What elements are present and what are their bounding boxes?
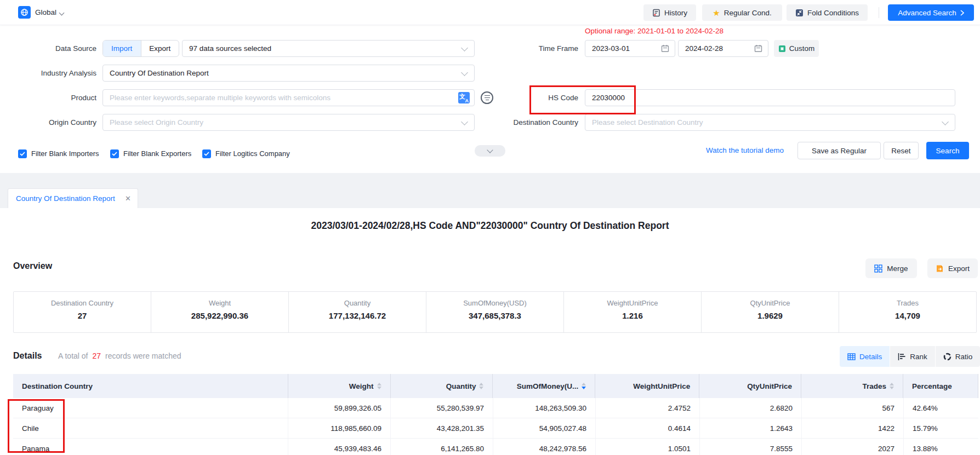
stat-label: SumOfMoney(USD) bbox=[426, 299, 563, 307]
total-count: 27 bbox=[88, 352, 105, 360]
collapse-form-button[interactable] bbox=[475, 145, 505, 157]
search-button[interactable]: Search bbox=[926, 142, 969, 159]
export-label: Export bbox=[948, 264, 970, 273]
sort-icon[interactable] bbox=[479, 383, 483, 389]
tab-title: Country Of Destination Report bbox=[16, 194, 119, 203]
history-label: History bbox=[664, 9, 687, 17]
column-header-label: Quantity bbox=[446, 382, 476, 390]
table-cell: Chile bbox=[13, 418, 288, 438]
fold-conditions-label: Fold Conditions bbox=[807, 9, 859, 17]
globe-icon bbox=[18, 6, 31, 19]
chevron-down-icon bbox=[461, 69, 468, 76]
table-cell: 55,280,539.97 bbox=[390, 398, 493, 418]
export-button[interactable]: Export bbox=[927, 258, 978, 278]
data-source-toggle: Import Export bbox=[102, 40, 179, 57]
stat-value: 1.216 bbox=[564, 311, 701, 320]
regular-cond-button[interactable]: ★ Regular Cond. bbox=[702, 4, 782, 21]
overview-stat: Trades14,709 bbox=[839, 292, 976, 332]
sort-icon[interactable] bbox=[377, 383, 381, 389]
sort-icon[interactable] bbox=[582, 383, 586, 389]
product-input[interactable]: Please enter keywords,separate multiple … bbox=[102, 89, 475, 106]
advanced-search-button[interactable]: Advanced Search bbox=[888, 4, 974, 21]
origin-country-placeholder: Please select Origin Country bbox=[110, 118, 203, 126]
merge-icon bbox=[874, 264, 882, 273]
sort-icon[interactable] bbox=[890, 383, 894, 389]
custom-range-button[interactable]: Custom bbox=[774, 40, 819, 57]
calendar-icon bbox=[661, 44, 669, 53]
time-frame-start-input[interactable]: 2023-03-01 bbox=[585, 40, 675, 57]
industry-analysis-value: Country Of Destination Report bbox=[110, 69, 209, 77]
time-frame-label: Time Frame bbox=[444, 40, 578, 57]
table-row[interactable]: Paraguay59,899,326.0555,280,539.97148,26… bbox=[13, 398, 978, 418]
checkbox-checked-icon[interactable] bbox=[110, 149, 119, 158]
save-as-regular-button[interactable]: Save as Regular bbox=[797, 142, 881, 159]
hs-code-input[interactable]: 22030000 bbox=[585, 89, 955, 106]
filter-checkbox[interactable]: Filter Logitics Company bbox=[202, 145, 290, 162]
origin-country-select[interactable]: Please select Origin Country bbox=[102, 114, 475, 131]
industry-analysis-select[interactable]: Country Of Destination Report bbox=[102, 65, 475, 82]
data-source-select[interactable]: 97 data sources selected bbox=[182, 40, 475, 57]
filter-checkbox[interactable]: Filter Blank Importers bbox=[18, 145, 99, 162]
overview-stat: WeightUnitPrice1.216 bbox=[563, 292, 701, 332]
column-header-label: Destination Country bbox=[22, 382, 93, 390]
column-header: QtyUnitPrice bbox=[699, 374, 801, 398]
custom-icon bbox=[778, 45, 786, 53]
tab-strip: Country Of Destination Report ✕ bbox=[0, 173, 980, 208]
stat-label: Weight bbox=[151, 299, 288, 307]
table-cell: 1.2643 bbox=[699, 418, 801, 438]
checkbox-checked-icon[interactable] bbox=[202, 149, 211, 158]
close-icon[interactable]: ✕ bbox=[125, 194, 131, 203]
history-button[interactable]: History bbox=[643, 4, 696, 21]
stat-value: 177,132,146.72 bbox=[289, 311, 426, 320]
region-selector[interactable]: Global bbox=[35, 0, 56, 25]
column-header: Destination Country bbox=[13, 374, 288, 398]
column-header[interactable]: Weight bbox=[288, 374, 390, 398]
overview-heading: Overview bbox=[13, 261, 52, 271]
column-header[interactable]: Quantity bbox=[390, 374, 493, 398]
merge-label: Merge bbox=[887, 264, 908, 273]
overview-stats: Destination Country27Weight285,922,990.3… bbox=[13, 291, 977, 333]
tutorial-link[interactable]: Watch the tutorial demo bbox=[706, 142, 784, 159]
column-header[interactable]: Trades bbox=[801, 374, 903, 398]
tab-country-of-destination-report[interactable]: Country Of Destination Report ✕ bbox=[8, 188, 138, 208]
overview-stat: Destination Country27 bbox=[14, 292, 151, 332]
optional-range-note: Optional range: 2021-01-01 to 2024-02-28 bbox=[585, 27, 723, 35]
table-cell: 567 bbox=[801, 398, 903, 418]
column-header: Percentage bbox=[903, 374, 978, 398]
column-header-label: Weight bbox=[349, 382, 374, 390]
filter-checkbox[interactable]: Filter Blank Exporters bbox=[110, 145, 191, 162]
calendar-icon bbox=[754, 44, 762, 53]
column-header[interactable]: SumOfMoney(U... bbox=[492, 374, 595, 398]
checkbox-label: Filter Logitics Company bbox=[215, 149, 290, 158]
table-cell: 43,428,201.35 bbox=[390, 418, 493, 438]
time-frame-end-input[interactable]: 2024-02-28 bbox=[678, 40, 768, 57]
table-cell: 2027 bbox=[801, 439, 903, 455]
fold-conditions-button[interactable]: Fold Conditions bbox=[787, 4, 868, 21]
table-cell: 13.88% bbox=[903, 439, 978, 455]
overview-stat: Weight285,922,990.36 bbox=[151, 292, 288, 332]
import-toggle[interactable]: Import bbox=[103, 41, 141, 56]
table-cell: Paraguay bbox=[13, 398, 288, 418]
star-icon: ★ bbox=[713, 9, 720, 17]
table-cell: 2.4752 bbox=[595, 398, 699, 418]
stat-label: Destination Country bbox=[14, 299, 151, 307]
checkbox-checked-icon[interactable] bbox=[18, 149, 27, 158]
details-table: Destination CountryWeightQuantitySumOfMo… bbox=[13, 374, 978, 455]
divider bbox=[879, 7, 879, 18]
view-tab-details[interactable]: Details bbox=[840, 346, 890, 367]
view-switcher: DetailsRankRatio bbox=[840, 346, 980, 367]
end-date-value: 2024-02-28 bbox=[685, 44, 723, 53]
view-tab-ratio[interactable]: Ratio bbox=[936, 346, 980, 367]
view-tab-rank[interactable]: Rank bbox=[890, 346, 935, 367]
start-date-value: 2023-03-01 bbox=[592, 44, 630, 53]
table-row[interactable]: Panama45,939,483.466,141,265.8048,242,97… bbox=[13, 439, 978, 455]
export-toggle[interactable]: Export bbox=[141, 41, 179, 56]
stat-label: QtyUnitPrice bbox=[702, 299, 839, 307]
table-row[interactable]: Chile118,985,660.0943,428,201.3554,905,0… bbox=[13, 418, 978, 439]
destination-country-select[interactable]: Please select Destination Country bbox=[585, 114, 955, 131]
merge-button[interactable]: Merge bbox=[865, 258, 917, 278]
chevron-down-icon bbox=[942, 118, 949, 125]
table-cell: 42.64% bbox=[903, 398, 978, 418]
table-cell: 59,899,326.05 bbox=[288, 398, 390, 418]
reset-button[interactable]: Reset bbox=[884, 142, 919, 159]
